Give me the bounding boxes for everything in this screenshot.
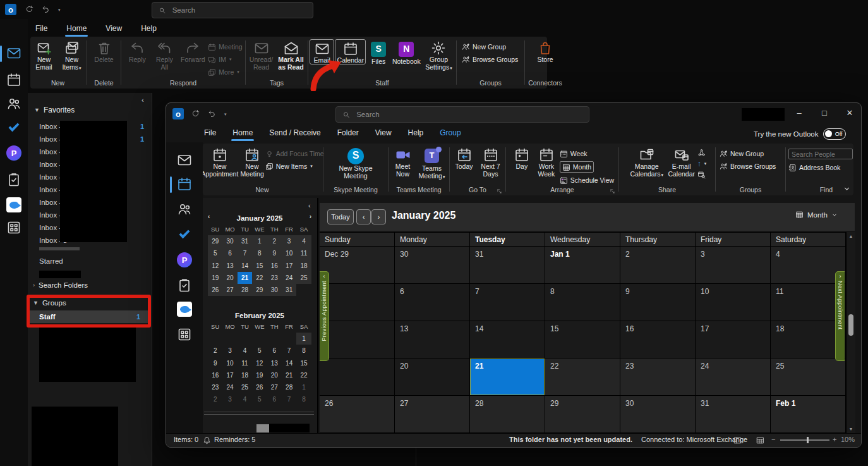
calendar-nav-icon[interactable] (6, 72, 21, 87)
mini-date-cell[interactable]: 3 (282, 235, 296, 247)
mini-prev-icon[interactable]: ‹ (208, 213, 210, 220)
mini-date-cell[interactable]: 11 (296, 247, 311, 259)
mini-date-cell[interactable]: 30 (222, 235, 237, 247)
group-settings-button[interactable]: Group Settings▾ (423, 39, 455, 71)
maximize-button[interactable]: □ (817, 108, 832, 118)
connection-status[interactable]: Connected to: Microsoft Exchange (641, 436, 747, 443)
outer-search[interactable] (152, 2, 313, 18)
mini-date-cell[interactable]: 24 (222, 381, 237, 393)
mini-next-icon[interactable]: › (310, 213, 311, 220)
reply-all-button[interactable]: Reply All (151, 39, 178, 71)
next-appointment-banner[interactable]: › Next Appointment (835, 271, 845, 361)
scrollbar-thumb[interactable] (848, 314, 853, 336)
day-view-button[interactable]: Day (510, 146, 533, 170)
p-app-nav-icon[interactable]: P (6, 145, 21, 161)
mini-date-cell[interactable]: 23 (267, 272, 282, 284)
inner-tab-home[interactable]: Home (231, 126, 254, 140)
apps-grid-nav-icon[interactable] (177, 327, 192, 342)
mini-date-cell[interactable]: 25 (238, 381, 252, 393)
mini-date-cell[interactable]: 24 (282, 272, 296, 284)
calendar-day-cell[interactable]: 2 (620, 247, 696, 284)
mini-date-cell[interactable]: 21 (238, 272, 252, 284)
schedule-view-button[interactable]: Schedule View (560, 175, 614, 185)
calendar-day-cell[interactable]: 20 (395, 359, 470, 396)
manage-calendars-button[interactable]: Manage Calendars▾ (628, 146, 666, 178)
mini-date-cell[interactable]: 21 (282, 369, 296, 381)
close-button[interactable]: ✕ (842, 108, 857, 118)
inner-tab-send-receive[interactable]: Send / Receive (268, 126, 322, 140)
collapse-ribbon-icon[interactable] (843, 185, 851, 193)
minimize-button[interactable]: – (792, 108, 807, 118)
work-week-view-button[interactable]: Work Week (534, 146, 559, 178)
mini-date-cell[interactable]: 14 (282, 357, 296, 369)
calendar-day-cell[interactable]: 26 (320, 396, 395, 433)
undo-icon[interactable] (208, 109, 216, 118)
mini-date-cell[interactable]: 20 (267, 369, 282, 381)
apps-grid-nav-icon[interactable] (6, 220, 21, 235)
mini-date-cell[interactable]: 16 (267, 260, 282, 272)
mini-date-cell[interactable]: 9 (267, 247, 282, 259)
view-selector[interactable]: Month (795, 211, 838, 219)
calendar-day-cell[interactable]: 28 (470, 396, 545, 433)
calendar-day-cell[interactable]: 7 (470, 284, 545, 321)
people-nav-icon[interactable] (177, 202, 192, 217)
favorites-header[interactable]: ▼ Favorites (34, 106, 75, 114)
calendar-day-cell[interactable]: 23 (620, 359, 696, 396)
outer-search-input[interactable] (171, 6, 306, 15)
new-group-button[interactable]: New Group (462, 42, 506, 52)
mail-nav-icon[interactable] (6, 46, 21, 61)
mini-date-cell[interactable]: 11 (238, 357, 252, 369)
people-nav-icon[interactable] (6, 96, 21, 111)
mini-date-cell[interactable]: 16 (208, 369, 222, 381)
mini-date-cell[interactable]: 6 (267, 393, 282, 405)
new-outlook-toggle[interactable]: Off (823, 128, 846, 140)
search-folders-item[interactable]: › Search Folders (33, 281, 88, 289)
zoom-slider-thumb[interactable] (807, 437, 809, 443)
zoom-in-button[interactable]: + (833, 436, 836, 443)
mini-date-cell[interactable]: 9 (208, 357, 222, 369)
notes-nav-icon[interactable] (177, 278, 192, 293)
zoom-out-button[interactable]: − (771, 436, 775, 443)
new-appointment-button[interactable]: New Appointment (200, 146, 239, 178)
forward-button[interactable]: Forward (178, 39, 207, 63)
new-meeting-button[interactable]: New Meeting (239, 146, 264, 178)
today-button[interactable]: Today (452, 146, 477, 170)
mini-date-cell[interactable]: 17 (222, 369, 237, 381)
mini-date-cell[interactable]: 31 (238, 235, 252, 247)
mini-date-cell[interactable]: 18 (238, 369, 252, 381)
mini-date-cell[interactable]: 10 (222, 357, 237, 369)
mini-date-cell[interactable]: 4 (238, 393, 252, 405)
mini-date-cell[interactable]: 22 (252, 272, 267, 284)
mini-date-cell[interactable]: 5 (208, 247, 222, 259)
new-items-button[interactable]: New Items▾ (265, 161, 313, 171)
mini-date-cell[interactable]: 4 (238, 345, 252, 357)
mini-date-cell[interactable]: 28 (238, 284, 252, 296)
mini-date-cell[interactable]: 13 (222, 260, 237, 272)
vertical-scrollbar[interactable]: ▲ ▼ (846, 232, 855, 433)
teams-meeting-button[interactable]: T Teams Meeting▾ (416, 146, 448, 180)
calendar-day-cell[interactable]: 22 (545, 359, 620, 396)
mini-date-cell[interactable]: 8 (296, 345, 311, 357)
calendar-day-cell[interactable]: 30 (395, 247, 470, 284)
mini-date-cell[interactable]: 18 (296, 260, 311, 272)
table-view-icon[interactable] (756, 436, 764, 445)
mini-date-cell[interactable]: 29 (208, 235, 222, 247)
mini-date-cell[interactable]: 6 (267, 345, 282, 357)
outer-tab-file[interactable]: File (34, 21, 49, 35)
mini-date-cell[interactable]: 5 (252, 345, 267, 357)
calendar-day-cell[interactable]: 14 (470, 321, 545, 359)
delete-button[interactable]: Delete (89, 39, 119, 63)
week-view-button[interactable]: Week (560, 149, 588, 159)
mini-date-cell[interactable]: 6 (222, 247, 237, 259)
mini-date-cell[interactable]: 15 (296, 357, 311, 369)
mini-date-cell[interactable]: 7 (282, 393, 296, 405)
calendar-day-cell[interactable]: 31 (696, 396, 771, 433)
mark-all-read-button[interactable]: Mark All as Read (276, 39, 306, 71)
reminders-count[interactable]: Reminders: 5 (214, 436, 255, 443)
inner-tab-help[interactable]: Help (407, 126, 425, 140)
new-email-button[interactable]: New Email (30, 39, 57, 71)
mini-date-cell[interactable]: 23 (208, 381, 222, 393)
todo-nav-icon[interactable] (6, 120, 21, 135)
outer-tab-view[interactable]: View (104, 21, 123, 35)
mini-date-cell[interactable]: 7 (282, 345, 296, 357)
